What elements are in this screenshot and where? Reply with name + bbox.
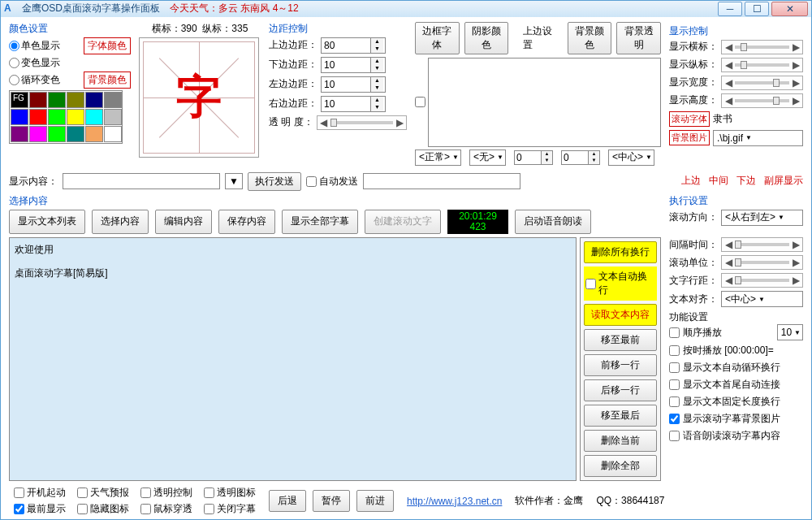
bottom-cb[interactable] — [204, 504, 214, 514]
auto-send-checkbox[interactable] — [306, 176, 317, 187]
delete-all-wrap-button[interactable]: 删除所有换行 — [584, 241, 657, 263]
color-swatch[interactable] — [104, 126, 122, 142]
bg-image-dropdown[interactable]: .\bj.gif▼ — [713, 130, 803, 146]
color-swatch[interactable] — [29, 109, 47, 125]
interval-slider[interactable]: ◀▶ — [721, 237, 803, 252]
color-swatch[interactable] — [104, 92, 122, 108]
bottom-cb[interactable] — [140, 504, 151, 514]
color-swatch[interactable] — [11, 109, 28, 125]
save-content-button[interactable]: 保存内容 — [218, 210, 275, 234]
bottom-cb[interactable] — [77, 488, 88, 498]
param1-spinner[interactable]: ▲▼ — [514, 150, 553, 165]
tab-middle[interactable]: 中间 — [709, 174, 728, 188]
color-swatch[interactable] — [11, 92, 28, 108]
close-button[interactable]: ✕ — [771, 2, 808, 16]
bg-color-button-2[interactable]: 背景颜色 — [568, 22, 612, 54]
tab-bottom[interactable]: 下边 — [736, 174, 756, 188]
cb-1[interactable] — [415, 97, 425, 107]
bottom-cb[interactable] — [140, 488, 151, 498]
bg-image-button[interactable]: 背景图片 — [669, 130, 710, 145]
headtail-checkbox[interactable] — [669, 379, 680, 390]
move-back-button[interactable]: 移至最后 — [584, 405, 657, 427]
align-dropdown[interactable]: <中心>▼ — [608, 150, 654, 166]
create-scroll-text-button[interactable]: 创建滚动文字 — [365, 210, 441, 234]
back-button[interactable]: 后退 — [269, 490, 306, 512]
read-text-button[interactable]: 读取文本内容 — [584, 304, 657, 326]
minimize-button[interactable]: ─ — [718, 2, 742, 16]
border-font-button[interactable]: 边框字体 — [415, 22, 460, 54]
autowrap-checkbox[interactable] — [669, 362, 680, 373]
color-swatch[interactable] — [104, 109, 122, 125]
bottom-cb[interactable] — [14, 488, 24, 498]
right-margin-spinner[interactable]: ▲▼ — [321, 96, 386, 112]
color-swatch[interactable] — [11, 126, 28, 142]
auto-wrap-checkbox[interactable] — [585, 279, 596, 289]
move-up-button[interactable]: 前移一行 — [584, 354, 657, 376]
pause-button[interactable]: 暂停 — [313, 490, 350, 512]
single-color-radio[interactable] — [9, 41, 19, 51]
scroll-direction-dropdown[interactable]: <从右到左>▼ — [721, 210, 803, 226]
param2-spinner[interactable]: ▲▼ — [561, 150, 600, 165]
display-slider-3[interactable]: ◀▶ — [721, 93, 803, 108]
scroll-unit-slider[interactable]: ◀▶ — [721, 255, 803, 270]
text-input-1[interactable] — [428, 58, 661, 147]
cycle-color-radio[interactable] — [9, 75, 19, 85]
bg-transparent-button[interactable]: 背景透明 — [616, 22, 661, 54]
color-swatch[interactable] — [67, 109, 84, 125]
style-dropdown[interactable]: <正常>▼ — [415, 150, 461, 166]
website-link[interactable]: http://www.j123.net.cn — [407, 496, 502, 507]
bg-color-button[interactable]: 背景颜色 — [84, 72, 131, 89]
content-dropdown-arrow[interactable]: ▼ — [225, 173, 243, 189]
left-margin-spinner[interactable]: ▲▼ — [321, 76, 386, 93]
color-swatch[interactable] — [67, 126, 84, 142]
display-slider-0[interactable]: ◀▶ — [721, 40, 803, 54]
show-text-list-button[interactable]: 显示文本列表 — [9, 210, 85, 234]
color-swatch[interactable] — [29, 92, 47, 108]
delete-all-button[interactable]: 删除全部 — [584, 455, 657, 477]
effect-dropdown[interactable]: <无>▼ — [469, 150, 506, 166]
bottom-cb[interactable] — [14, 504, 24, 514]
show-all-subtitle-button[interactable]: 显示全部字幕 — [282, 210, 358, 234]
edit-content-button[interactable]: 编辑内容 — [155, 210, 212, 234]
move-down-button[interactable]: 后移一行 — [584, 379, 657, 401]
line-gap-slider[interactable]: ◀▶ — [721, 273, 803, 288]
color-swatch[interactable] — [29, 126, 47, 142]
tab-top[interactable]: 上边 — [681, 174, 701, 188]
text-preview-panel[interactable]: 欢迎使用 桌面滚动字幕[简易版] — [9, 237, 577, 481]
start-voice-button[interactable]: 启动语音朗读 — [515, 210, 591, 234]
auto-send-value[interactable] — [363, 173, 520, 189]
voice-read-checkbox[interactable] — [669, 431, 680, 441]
gradient-color-radio[interactable] — [9, 58, 19, 68]
bottom-cb[interactable] — [77, 504, 88, 514]
maximize-button[interactable]: ☐ — [745, 2, 769, 16]
timed-play-checkbox[interactable] — [669, 345, 680, 356]
bottom-cb[interactable] — [204, 488, 214, 498]
char-preview[interactable]: 字 — [139, 37, 259, 158]
color-swatch[interactable] — [48, 92, 66, 108]
color-swatch[interactable] — [85, 109, 103, 125]
display-slider-2[interactable]: ◀▶ — [721, 76, 803, 90]
seq-play-checkbox[interactable] — [669, 327, 680, 338]
font-color-button[interactable]: 字体颜色 — [84, 37, 131, 54]
show-bg-checkbox[interactable] — [669, 414, 680, 424]
move-front-button[interactable]: 移至最前 — [584, 329, 657, 351]
execute-send-button[interactable]: 执行发送 — [248, 172, 301, 191]
color-swatch[interactable] — [48, 126, 66, 142]
top-margin-spinner[interactable]: ▲▼ — [321, 37, 386, 54]
shadow-color-button[interactable]: 阴影颜色 — [464, 22, 509, 54]
color-swatch[interactable] — [85, 126, 103, 142]
color-swatch[interactable] — [67, 92, 84, 108]
seq-play-dropdown[interactable]: 10▼ — [777, 324, 803, 340]
opacity-slider[interactable]: ◀▶ — [317, 115, 407, 130]
tab-secondary[interactable]: 副屏显示 — [764, 174, 803, 188]
delete-current-button[interactable]: 删除当前 — [584, 430, 657, 452]
fixed-len-checkbox[interactable] — [669, 396, 680, 407]
bottom-margin-spinner[interactable]: ▲▼ — [321, 57, 386, 73]
display-slider-1[interactable]: ◀▶ — [721, 58, 803, 72]
color-swatch[interactable] — [48, 109, 66, 125]
text-align-dropdown[interactable]: <中心>▼ — [721, 291, 803, 307]
scroll-font-button[interactable]: 滚动字体 — [669, 111, 710, 127]
content-input[interactable] — [63, 173, 220, 189]
forward-button[interactable]: 前进 — [356, 490, 394, 512]
color-swatch[interactable] — [85, 92, 103, 108]
